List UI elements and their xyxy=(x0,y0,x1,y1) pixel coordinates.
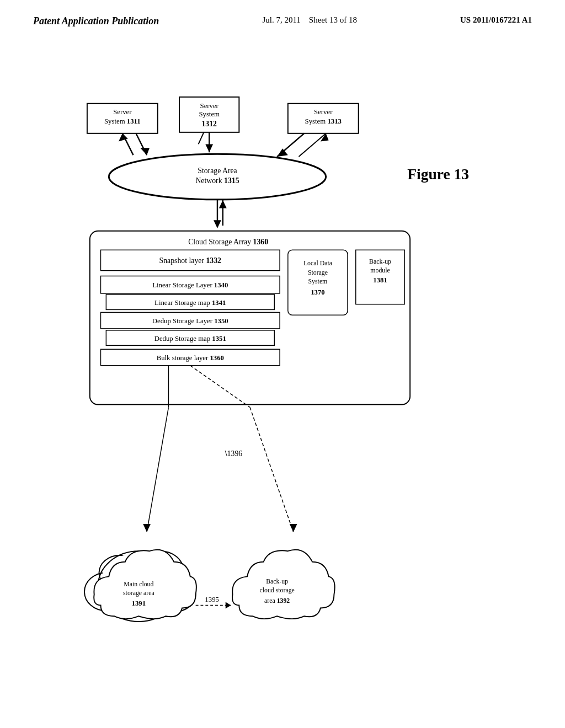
svg-text:1391: 1391 xyxy=(132,599,146,607)
svg-text:storage area: storage area xyxy=(123,589,154,597)
page-header: Patent Application Publication Jul. 7, 2… xyxy=(0,0,565,27)
svg-marker-21 xyxy=(277,148,288,157)
svg-marker-56 xyxy=(290,524,297,532)
svg-marker-25 xyxy=(214,220,221,228)
svg-text:Dedup Storage Layer 1350: Dedup Storage Layer 1350 xyxy=(152,317,228,325)
svg-marker-27 xyxy=(219,200,227,208)
diagram-container: Figure 13 Server System 1311 Server Syst… xyxy=(0,33,565,716)
svg-text:Snapshot layer 1332: Snapshot layer 1332 xyxy=(159,256,222,265)
svg-line-55 xyxy=(250,408,294,532)
svg-text:Local Data: Local Data xyxy=(303,259,333,267)
svg-text:1381: 1381 xyxy=(373,276,387,284)
svg-text:1395: 1395 xyxy=(205,596,219,603)
svg-line-22 xyxy=(299,133,326,157)
svg-text:module: module xyxy=(370,266,390,274)
publication-title: Patent Application Publication xyxy=(33,15,159,27)
svg-rect-28 xyxy=(90,231,410,405)
svg-text:Linear Storage Layer 1340: Linear Storage Layer 1340 xyxy=(152,281,228,289)
svg-marker-14 xyxy=(140,148,150,155)
svg-text:Bulk storage layer 1360: Bulk storage layer 1360 xyxy=(157,354,224,362)
svg-text:\1396: \1396 xyxy=(225,449,242,458)
publication-date-sheet: Jul. 7, 2011 Sheet 13 of 18 xyxy=(262,15,357,25)
svg-text:System 1313: System 1313 xyxy=(305,117,342,125)
svg-text:System: System xyxy=(308,277,328,285)
svg-line-54 xyxy=(190,366,250,408)
svg-text:area 1392: area 1392 xyxy=(264,597,290,604)
svg-line-52 xyxy=(147,408,168,532)
svg-text:System 1311: System 1311 xyxy=(104,117,141,125)
svg-text:Dedup Storage map 1351: Dedup Storage map 1351 xyxy=(154,335,226,342)
svg-text:Server: Server xyxy=(200,102,219,110)
svg-marker-18 xyxy=(205,144,213,152)
sheet-info: Sheet 13 of 18 xyxy=(309,15,357,24)
svg-text:1312: 1312 xyxy=(201,120,217,128)
patent-number: US 2011/0167221 A1 xyxy=(460,15,532,25)
svg-text:Cloud Storage Array 1360: Cloud Storage Array 1360 xyxy=(188,238,268,246)
svg-text:Back-up: Back-up xyxy=(369,258,391,265)
svg-text:Back-up: Back-up xyxy=(266,577,288,585)
svg-marker-53 xyxy=(143,524,151,532)
figure-label: Figure 13 xyxy=(407,165,469,183)
svg-text:Server: Server xyxy=(314,108,333,116)
svg-text:Network 1315: Network 1315 xyxy=(195,176,239,185)
patent-diagram: Figure 13 Server System 1311 Server Syst… xyxy=(56,60,509,722)
svg-text:Linear Storage map 1341: Linear Storage map 1341 xyxy=(154,299,226,307)
svg-text:Main cloud: Main cloud xyxy=(124,580,153,588)
svg-text:Storage: Storage xyxy=(308,269,328,276)
svg-text:1370: 1370 xyxy=(311,288,325,296)
svg-text:System: System xyxy=(199,110,220,118)
svg-text:Storage Area: Storage Area xyxy=(198,167,237,175)
svg-text:cloud storage: cloud storage xyxy=(260,586,295,594)
svg-line-19 xyxy=(199,132,204,144)
svg-text:Server: Server xyxy=(113,108,132,116)
publication-date: Jul. 7, 2011 xyxy=(262,15,300,24)
svg-marker-71 xyxy=(226,602,231,609)
